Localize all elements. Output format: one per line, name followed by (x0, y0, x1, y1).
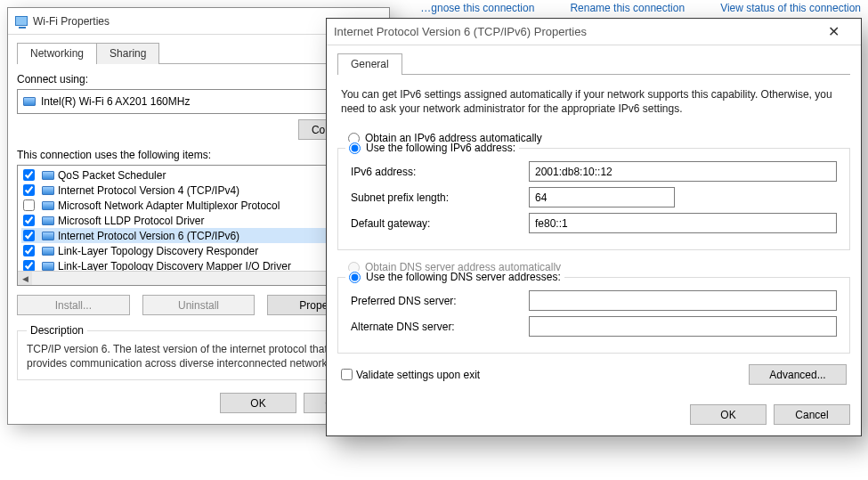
scrollbar-horizontal[interactable]: ◀ ▶ (18, 271, 365, 285)
list-item[interactable]: Internet Protocol Version 4 (TCP/IPv4) (21, 183, 361, 198)
ghost-link: …gnose this connection (420, 2, 534, 14)
list-item-checkbox[interactable] (23, 215, 35, 226)
radio-ipv6-manual-label: Use the following IPv6 address: (366, 142, 515, 154)
ipv6-tabs: General (337, 53, 850, 75)
alternate-dns-label: Alternate DNS server: (351, 321, 529, 333)
description-legend: Description (27, 324, 87, 337)
protocol-icon (42, 262, 54, 271)
list-item-checkbox[interactable] (23, 245, 35, 256)
tab-general[interactable]: General (337, 53, 402, 75)
tab-networking[interactable]: Networking (17, 43, 97, 64)
list-item-label: QoS Packet Scheduler (58, 169, 166, 182)
protocol-icon (42, 201, 54, 210)
background-link-fragments: …gnose this connection Rename this conne… (420, 0, 861, 14)
radio-ipv6-manual-input[interactable] (349, 142, 361, 154)
close-button[interactable]: ✕ (814, 20, 854, 45)
protocol-icon (42, 216, 54, 225)
default-gateway-label: Default gateway: (351, 217, 529, 230)
wifi-title: Wi-Fi Properties (33, 15, 110, 28)
list-item[interactable]: Microsoft LLDP Protocol Driver (21, 213, 361, 228)
protocol-icon (42, 171, 54, 180)
dns-group: Use the following DNS server addresses: … (337, 277, 850, 354)
list-item-checkbox[interactable] (23, 184, 35, 196)
ipv6-title: Internet Protocol Version 6 (TCP/IPv6) P… (334, 25, 587, 38)
ipv6-cancel-button[interactable]: Cancel (774, 404, 850, 425)
ipv6-properties-window: Internet Protocol Version 6 (TCP/IPv6) P… (326, 18, 862, 436)
protocol-icon (42, 247, 54, 256)
list-item[interactable]: Internet Protocol Version 6 (TCP/IPv6) (21, 228, 361, 243)
scroll-left-icon[interactable]: ◀ (18, 272, 32, 286)
protocol-icon (42, 232, 54, 240)
ghost-link: View status of this connection (720, 2, 861, 14)
ipv6-address-input[interactable] (529, 161, 837, 182)
preferred-dns-label: Preferred DNS server: (351, 295, 529, 307)
ipv6-titlebar[interactable]: Internet Protocol Version 6 (TCP/IPv6) P… (327, 19, 861, 45)
radio-dns-manual[interactable]: Use the following DNS server addresses: (345, 271, 564, 283)
protocol-icon (42, 186, 54, 195)
prefix-length-label: Subnet prefix length: (351, 191, 529, 204)
wifi-icon (15, 16, 28, 26)
advanced-button[interactable]: Advanced... (749, 364, 847, 385)
validate-checkbox[interactable] (341, 369, 353, 380)
alternate-dns-input[interactable] (529, 316, 837, 337)
radio-dns-manual-label: Use the following DNS server addresses: (366, 271, 561, 283)
ipv6-address-group: Use the following IPv6 address: IPv6 add… (337, 148, 850, 250)
uninstall-button[interactable]: Uninstall (142, 295, 256, 315)
default-gateway-input[interactable] (529, 213, 837, 233)
ghost-link: Rename this connection (570, 2, 685, 14)
list-item-checkbox[interactable] (23, 230, 35, 241)
wifi-ok-button[interactable]: OK (220, 393, 296, 413)
adapter-icon (23, 97, 36, 106)
list-item[interactable]: Link-Layer Topology Discovery Responder (21, 243, 361, 258)
tab-sharing[interactable]: Sharing (96, 43, 159, 64)
list-item-label: Link-Layer Topology Discovery Responder (58, 245, 258, 257)
list-item-label: Microsoft Network Adapter Multiplexor Pr… (58, 199, 280, 212)
close-icon: ✕ (828, 23, 840, 40)
prefix-length-input[interactable] (529, 187, 675, 207)
adapter-name: Intel(R) Wi-Fi 6 AX201 160MHz (41, 95, 190, 108)
intro-text: You can get IPv6 settings assigned autom… (341, 87, 847, 116)
description-text: TCP/IP version 6. The latest version of … (27, 342, 370, 370)
list-item-checkbox[interactable] (23, 169, 35, 181)
list-item-label: Internet Protocol Version 6 (TCP/IPv6) (58, 230, 239, 242)
list-item[interactable]: QoS Packet Scheduler (21, 167, 361, 183)
radio-dns-manual-input[interactable] (349, 272, 361, 283)
radio-ipv6-manual[interactable]: Use the following IPv6 address: (345, 142, 519, 154)
list-item-label: Internet Protocol Version 4 (TCP/IPv4) (58, 184, 239, 197)
list-item[interactable]: Microsoft Network Adapter Multiplexor Pr… (21, 198, 361, 213)
ipv6-address-label: IPv6 address: (351, 166, 529, 178)
validate-label: Validate settings upon exit (356, 369, 480, 381)
ipv6-ok-button[interactable]: OK (690, 404, 767, 425)
list-item-label: Microsoft LLDP Protocol Driver (58, 215, 205, 227)
preferred-dns-input[interactable] (529, 290, 837, 311)
install-button[interactable]: Install... (17, 295, 130, 315)
list-item-checkbox[interactable] (23, 199, 35, 211)
